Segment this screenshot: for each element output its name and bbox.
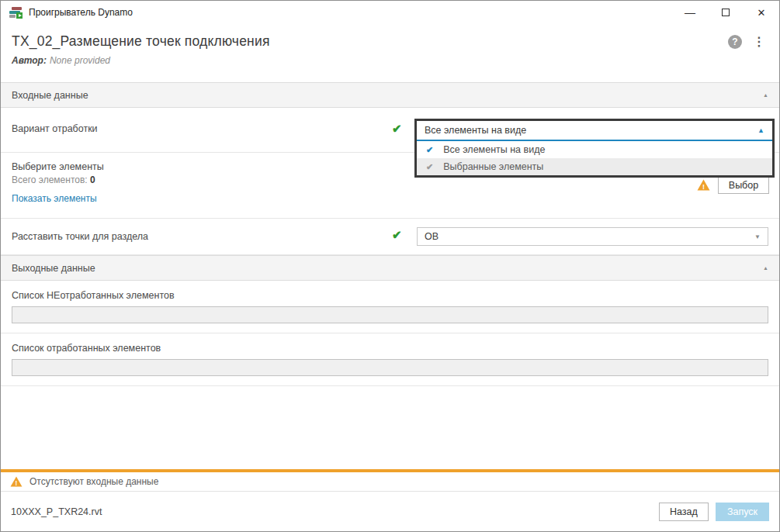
dropdown-option-all-elements[interactable]: ✔ Все элементы на виде [417,141,772,158]
svg-text:!: ! [16,479,18,487]
page-title: TX_02_Размещение точек подключения [12,33,270,50]
help-icon[interactable]: ? [728,35,742,49]
warning-icon: ! [697,179,710,191]
variant-dropdown-field[interactable]: Все элементы на виде ▲ [417,121,772,141]
window-title: Проигрыватель Dynamo [29,7,133,18]
variant-dropdown-expanded: Все элементы на виде ▲ ✔ Все элементы на… [414,119,775,178]
author-line: Автор:None provided [12,55,768,66]
output-unprocessed-field [12,306,768,323]
variant-dropdown-value: Все элементы на виде [425,125,526,136]
output-unprocessed-label: Список НЕотработанных элементов [12,290,768,301]
dropdown-option-label: Все элементы на виде [443,144,545,155]
footer: 10XXX_P_TXR24.rvt Назад Запуск [1,492,779,531]
window-controls: — ✕ [672,1,779,24]
dynamo-player-app-icon [9,6,23,19]
kebab-menu-icon[interactable]: ⋮ [753,36,765,48]
output-processed-field [12,359,768,376]
svg-text:!: ! [702,183,705,191]
chevron-down-icon: ▼ [754,233,761,240]
collapse-icon[interactable]: ▲ [763,265,768,271]
dropdown-option-selected-elements[interactable]: ✔ Выбранные элементы [417,158,772,175]
section-points-value: ОВ [425,231,439,242]
valid-check-icon: ✔ [392,228,402,242]
section-inputs-title: Входные данные [12,90,88,101]
empty-area [1,386,779,469]
run-button[interactable]: Запуск [716,503,769,521]
section-outputs-title: Выходные данные [12,263,95,274]
valid-check-icon: ✔ [392,122,402,136]
current-file-name: 10XXX_P_TXR24.rvt [11,506,102,517]
author-label: Автор: [12,55,47,66]
variant-label: Вариант отработки [12,123,98,134]
total-elements-value: 0 [90,174,95,185]
close-button[interactable]: ✕ [744,1,779,24]
section-header-inputs[interactable]: Входные данные ▲ [1,82,779,108]
collapse-icon[interactable]: ▲ [763,92,768,98]
select-button[interactable]: Выбор [718,176,769,194]
dropdown-option-label: Выбранные элементы [443,161,543,172]
warning-strip: ! Отсутствуют входные данные [1,472,779,492]
maximize-icon [722,9,730,16]
output-processed-label: Список отработанных элементов [12,343,768,354]
author-value: None provided [50,55,110,66]
show-elements-link[interactable]: Показать элементы [12,193,97,204]
option-check-icon: ✔ [426,162,433,172]
total-elements-label: Всего элементов: [12,174,88,185]
back-button[interactable]: Назад [659,503,709,521]
output-row-unprocessed: Список НЕотработанных элементов [1,281,779,333]
warning-message: Отсутствуют входные данные [29,476,158,487]
option-check-icon: ✔ [426,145,433,155]
dynamo-player-window: Проигрыватель Dynamo — ✕ TX_02_Размещени… [0,0,780,532]
section-points-label: Расставить точки для раздела [12,231,148,242]
maximize-button[interactable] [708,1,744,24]
minimize-button[interactable]: — [672,1,708,24]
script-header: TX_02_Размещение точек подключения ? ⋮ А… [1,24,779,82]
minimize-icon: — [685,9,695,16]
output-row-processed: Список отработанных элементов [1,333,779,386]
close-icon: ✕ [757,7,766,19]
section-header-outputs[interactable]: Выходные данные ▲ [1,255,779,281]
titlebar: Проигрыватель Dynamo — ✕ [1,1,779,24]
input-row-section-points: Расставить точки для раздела ✔ ОВ ▼ [1,219,779,255]
chevron-up-icon: ▲ [757,126,764,134]
warning-icon: ! [10,476,23,487]
section-points-dropdown[interactable]: ОВ ▼ [417,227,768,246]
